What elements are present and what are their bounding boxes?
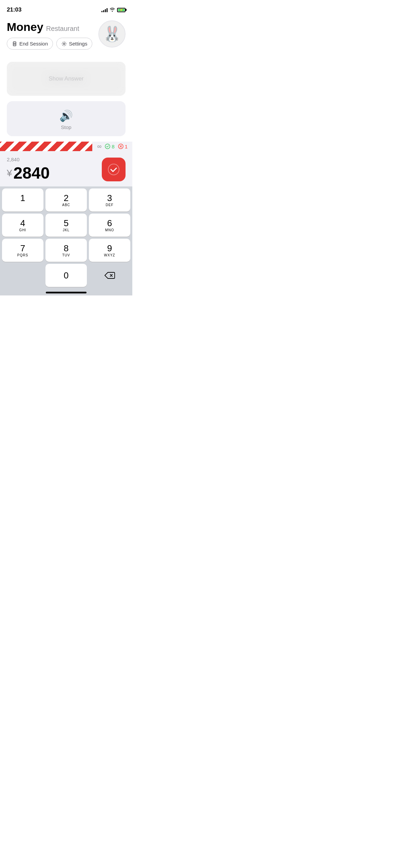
title-row: Money Restaurant: [7, 20, 92, 34]
stop-container: 🔊 Stop: [7, 101, 126, 136]
status-bar: 21:03 ⚡: [0, 0, 132, 17]
home-indicator: [0, 289, 132, 295]
stop-label: Stop: [61, 124, 72, 130]
number-display: 2,840 ¥ 2840: [0, 151, 132, 186]
svg-rect-0: [13, 42, 16, 46]
infinity-icon: ∞: [97, 143, 101, 150]
key-2[interactable]: 2 ABC: [45, 188, 87, 212]
status-icons: ⚡: [101, 7, 126, 13]
blur-overlay: [7, 62, 126, 96]
checkmark-circle-icon: [105, 144, 110, 149]
battery-icon: ⚡: [117, 8, 126, 12]
delete-icon: [104, 272, 115, 279]
stripe-fill: [0, 142, 92, 151]
avatar: 🐰: [98, 20, 126, 48]
currency-symbol: ¥: [7, 168, 12, 179]
header-left: Money Restaurant End Session Settings: [7, 20, 92, 50]
correct-stat: 8: [105, 144, 114, 149]
status-time: 21:03: [7, 6, 21, 13]
home-bar: [46, 292, 87, 293]
signal-icon: [101, 7, 108, 12]
header: Money Restaurant End Session Settings: [0, 17, 132, 55]
svg-point-6: [108, 164, 119, 175]
key-5[interactable]: 5 JKL: [45, 214, 87, 237]
settings-label: Settings: [69, 41, 87, 47]
key-7[interactable]: 7 PQRS: [2, 239, 43, 262]
key-0[interactable]: 0: [45, 264, 87, 287]
number-hint: 2,840: [7, 157, 50, 162]
wrong-stat: 1: [118, 144, 128, 149]
confirm-button[interactable]: [102, 158, 126, 181]
key-6[interactable]: 6 MNO: [89, 214, 130, 237]
key-3[interactable]: 3 DEF: [89, 188, 130, 212]
checkmark-icon: [108, 163, 120, 176]
key-4[interactable]: 4 GHI: [2, 214, 43, 237]
number-big: ¥ 2840: [7, 164, 50, 182]
x-circle-icon: [118, 144, 123, 149]
key-empty: [2, 264, 43, 287]
sound-icon: 🔊: [59, 109, 73, 122]
end-session-label: End Session: [19, 41, 48, 47]
svg-point-3: [63, 43, 65, 44]
gear-icon: [61, 41, 67, 47]
end-session-button[interactable]: End Session: [7, 38, 53, 50]
stripe-bar: ∞ 8 1: [0, 142, 132, 151]
settings-button[interactable]: Settings: [56, 38, 92, 50]
stripe-stats: ∞ 8 1: [92, 142, 132, 151]
key-8[interactable]: 8 TUV: [45, 239, 87, 262]
stop-button[interactable]: 🔊 Stop: [7, 101, 126, 136]
numpad: 1 2 ABC 3 DEF 4 GHI 5 JKL 6 MNO 7 PQRS 8…: [0, 186, 132, 289]
end-session-icon: [12, 41, 17, 47]
number-left: 2,840 ¥ 2840: [7, 157, 50, 182]
answer-area: Show Answer: [7, 62, 126, 96]
key-1[interactable]: 1: [2, 188, 43, 212]
app-title: Money: [7, 20, 43, 34]
app-subtitle: Restaurant: [46, 25, 79, 33]
wifi-icon: [110, 7, 115, 13]
key-delete[interactable]: [89, 264, 130, 287]
header-buttons: End Session Settings: [7, 38, 92, 50]
key-9[interactable]: 9 WXYZ: [89, 239, 130, 262]
number-value: 2840: [14, 164, 50, 182]
